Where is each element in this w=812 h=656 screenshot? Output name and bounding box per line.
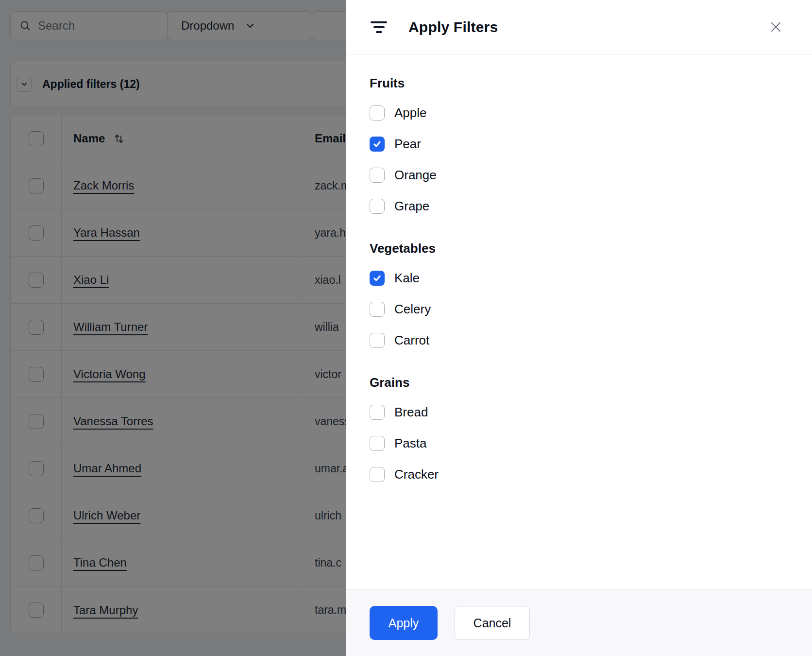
filter-option-label[interactable]: Grape bbox=[394, 199, 429, 214]
filter-option-row[interactable]: Pasta bbox=[370, 436, 789, 451]
filter-checkbox-checked[interactable] bbox=[370, 271, 385, 286]
filter-option-label[interactable]: Bread bbox=[394, 405, 428, 420]
filter-checkbox[interactable] bbox=[370, 333, 385, 348]
filter-option-row[interactable]: Grape bbox=[370, 199, 789, 214]
filter-section: Vegetables Kale Celery Carrot bbox=[370, 241, 789, 348]
close-button[interactable] bbox=[767, 18, 784, 35]
filter-option-row[interactable]: Carrot bbox=[370, 333, 789, 348]
x-icon bbox=[769, 20, 782, 34]
filter-option-label[interactable]: Orange bbox=[394, 168, 437, 183]
apply-filters-panel: Apply Filters Fruits Apple bbox=[346, 0, 812, 656]
filter-options: Kale Celery Carrot bbox=[370, 271, 789, 348]
panel-header: Apply Filters bbox=[346, 0, 812, 54]
filter-checkbox[interactable] bbox=[370, 405, 385, 420]
filter-option-label[interactable]: Apple bbox=[394, 105, 427, 121]
filter-option-label[interactable]: Pear bbox=[394, 137, 421, 152]
filter-option-label[interactable]: Carrot bbox=[394, 333, 429, 348]
filter-checkbox[interactable] bbox=[370, 302, 385, 317]
filter-option-row[interactable]: Cracker bbox=[370, 467, 789, 482]
filter-option-row[interactable]: Bread bbox=[370, 405, 789, 420]
filter-options: Bread Pasta Cracker bbox=[370, 405, 789, 482]
checkmark-icon bbox=[372, 274, 382, 283]
filter-checkbox[interactable] bbox=[370, 105, 385, 121]
filter-option-row[interactable]: Orange bbox=[370, 168, 789, 183]
filter-checkbox[interactable] bbox=[370, 199, 385, 214]
filter-section: Grains Bread Pasta Cracker bbox=[370, 375, 789, 482]
filter-checkbox[interactable] bbox=[370, 168, 385, 183]
filter-option-row[interactable]: Kale bbox=[370, 271, 789, 286]
checkmark-icon bbox=[372, 139, 382, 149]
filter-option-row[interactable]: Pear bbox=[370, 137, 789, 152]
screen: Dropdown Applied filters (12) Na bbox=[0, 0, 812, 656]
filter-lines-icon bbox=[370, 21, 388, 33]
sections-container: Fruits Apple Pear Orange bbox=[370, 76, 789, 482]
apply-button[interactable]: Apply bbox=[370, 606, 438, 640]
filter-option-row[interactable]: Celery bbox=[370, 302, 789, 317]
filter-checkbox[interactable] bbox=[370, 436, 385, 451]
filter-option-label[interactable]: Pasta bbox=[394, 436, 427, 451]
filter-option-label[interactable]: Cracker bbox=[394, 467, 439, 482]
filter-section-heading: Grains bbox=[370, 375, 789, 390]
filter-section: Fruits Apple Pear Orange bbox=[370, 76, 789, 214]
cancel-button[interactable]: Cancel bbox=[455, 606, 530, 640]
panel-body: Fruits Apple Pear Orange bbox=[346, 54, 812, 589]
panel-footer: Apply Cancel bbox=[346, 589, 812, 656]
filter-option-row[interactable]: Apple bbox=[370, 105, 789, 121]
panel-title: Apply Filters bbox=[408, 19, 498, 35]
filter-checkbox[interactable] bbox=[370, 467, 385, 482]
filter-option-label[interactable]: Kale bbox=[394, 271, 420, 286]
filter-option-label[interactable]: Celery bbox=[394, 302, 431, 317]
filter-section-heading: Vegetables bbox=[370, 241, 789, 256]
filter-section-heading: Fruits bbox=[370, 76, 789, 91]
filter-options: Apple Pear Orange Grape bbox=[370, 105, 789, 214]
filter-checkbox-checked[interactable] bbox=[370, 137, 385, 152]
